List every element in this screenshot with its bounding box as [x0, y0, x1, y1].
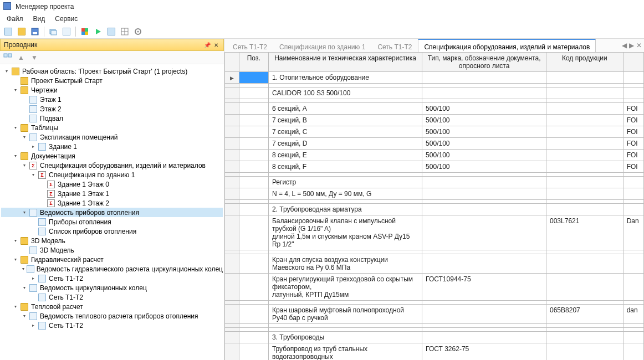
- col-type[interactable]: Тип, марка, обозначение документа, опрос…: [422, 53, 546, 72]
- tab-2[interactable]: Сеть T1-T2: [371, 39, 418, 52]
- tb-run[interactable]: [92, 25, 104, 38]
- cell-type[interactable]: 500/100: [422, 115, 546, 126]
- cell-pos[interactable]: [239, 138, 268, 150]
- cell-trail[interactable]: FOI: [623, 115, 643, 126]
- cell-trail[interactable]: [623, 84, 643, 88]
- cell-type[interactable]: [422, 305, 546, 324]
- col-name[interactable]: Наименование и техническая характеристик…: [268, 53, 422, 72]
- cell-code[interactable]: [546, 301, 623, 305]
- tb-layers[interactable]: [47, 25, 59, 38]
- cell-type[interactable]: 500/100: [422, 103, 546, 115]
- tree-spec-floor[interactable]: ΣЗдание 1 Этаж 0: [1, 179, 223, 189]
- row-header[interactable]: [225, 188, 239, 200]
- expander-icon[interactable]: ▾: [21, 313, 28, 320]
- cell-trail[interactable]: [623, 200, 643, 204]
- expander-icon[interactable]: [30, 219, 37, 225]
- tree-tables[interactable]: ▾Таблицы: [1, 123, 223, 132]
- cell-pos[interactable]: [239, 150, 268, 161]
- table-row[interactable]: 7 секций, B500/100FOI: [225, 115, 644, 126]
- cell-pos[interactable]: [239, 177, 268, 188]
- row-header[interactable]: [225, 177, 239, 188]
- cell-name[interactable]: 7 секций, C: [268, 126, 422, 138]
- table-row[interactable]: 8 секций, F500/100FOI: [225, 161, 644, 173]
- table-row[interactable]: 8 секций, E500/100FOI: [225, 150, 644, 161]
- grid-wrap[interactable]: Поз. Наименование и техническая характер…: [224, 52, 644, 360]
- row-header[interactable]: [225, 88, 239, 99]
- cell-code[interactable]: [546, 161, 623, 173]
- table-row[interactable]: [225, 84, 644, 88]
- tree-spec-floor[interactable]: ΣЗдание 1 Этаж 2: [1, 198, 223, 208]
- tab-3[interactable]: Спецификация оборудования, изделий и мат…: [418, 39, 596, 52]
- cell-trail[interactable]: [623, 188, 643, 200]
- table-row[interactable]: [225, 324, 644, 328]
- tb-open[interactable]: [16, 25, 28, 38]
- cell-type[interactable]: [422, 84, 546, 88]
- cell-type[interactable]: 500/100: [422, 150, 546, 161]
- table-row[interactable]: 7 секций, C500/100FOI: [225, 126, 644, 138]
- cell-trail[interactable]: [623, 99, 643, 103]
- cell-type[interactable]: [422, 200, 546, 204]
- cell-name[interactable]: [268, 324, 422, 328]
- row-header[interactable]: [225, 200, 239, 204]
- tree-hydraulic-list[interactable]: ▾Ведомость гидравлического расчета цирку…: [1, 264, 223, 274]
- tree-drawing[interactable]: Этаж 1: [1, 95, 223, 104]
- cell-trail[interactable]: [623, 250, 643, 254]
- table-row[interactable]: [225, 173, 644, 177]
- row-header[interactable]: [225, 215, 239, 250]
- cell-trail[interactable]: FOI: [623, 161, 643, 173]
- table-row[interactable]: Кран регулирующий трехходовой со скрытым…: [225, 274, 644, 301]
- cell-type[interactable]: [422, 328, 546, 332]
- cell-code[interactable]: [546, 332, 623, 343]
- cell-trail[interactable]: [623, 274, 643, 301]
- cell-code[interactable]: [546, 204, 623, 215]
- cell-type[interactable]: ГОСТ10944-75: [422, 274, 546, 301]
- expander-icon[interactable]: ▾: [21, 266, 25, 272]
- pin-icon[interactable]: 📌: [203, 41, 211, 49]
- tree-drawing[interactable]: Подвал: [1, 114, 223, 123]
- cell-code[interactable]: [546, 177, 623, 188]
- cell-name[interactable]: Кран для спуска воздуха конструкции Маев…: [268, 254, 422, 274]
- tree-spec-equip[interactable]: ▾ΣСпецификация оборудования, изделий и м…: [1, 161, 223, 170]
- row-header[interactable]: [225, 173, 239, 177]
- table-row[interactable]: Балансировочный клапан с импульсной труб…: [225, 215, 644, 250]
- row-header[interactable]: [225, 84, 239, 88]
- row-header[interactable]: ▶: [225, 72, 239, 84]
- cell-trail[interactable]: [623, 324, 643, 328]
- cell-trail[interactable]: FOI: [623, 126, 643, 138]
- cell-name[interactable]: 8 секций, F: [268, 161, 422, 173]
- expander-icon[interactable]: ▾: [12, 87, 19, 94]
- cell-code[interactable]: [546, 99, 623, 103]
- menu-file[interactable]: Файл: [2, 14, 28, 24]
- row-header[interactable]: [225, 332, 239, 343]
- cell-type[interactable]: [422, 215, 546, 250]
- cell-pos[interactable]: [239, 84, 268, 88]
- row-header[interactable]: [225, 274, 239, 301]
- cell-pos[interactable]: [239, 99, 268, 103]
- expander-icon[interactable]: ▾: [12, 125, 19, 131]
- cell-code[interactable]: [546, 138, 623, 150]
- tree-drawings[interactable]: ▾Чертежи: [1, 85, 223, 95]
- tree-thermal-list[interactable]: ▾Ведомость теплового расчета приборов от…: [1, 311, 223, 321]
- expander-icon[interactable]: ▾: [12, 153, 19, 160]
- cell-code[interactable]: [546, 200, 623, 204]
- table-row[interactable]: [225, 250, 644, 254]
- table-row[interactable]: 6 секций, A500/100FOI: [225, 103, 644, 115]
- tb-sheet[interactable]: [60, 25, 73, 38]
- cell-name[interactable]: Кран регулирующий трехходовой со скрытым…: [268, 274, 422, 301]
- cell-code[interactable]: [546, 88, 623, 99]
- tree-3d[interactable]: ▾3D Модель: [1, 236, 223, 245]
- tab-1[interactable]: Спецификация по зданию 1: [273, 39, 371, 52]
- cell-pos[interactable]: [239, 343, 268, 361]
- row-header[interactable]: [225, 138, 239, 150]
- cell-name[interactable]: 3. Трубопроводы: [268, 332, 422, 343]
- row-header[interactable]: [225, 250, 239, 254]
- table-row[interactable]: [225, 99, 644, 103]
- col-code[interactable]: Код продукции: [546, 53, 623, 72]
- tree-net3[interactable]: ▸Сеть T1-T2: [1, 321, 223, 330]
- cell-pos[interactable]: [239, 332, 268, 343]
- tree-documentation[interactable]: ▾Документация: [1, 151, 223, 161]
- cell-pos[interactable]: [239, 115, 268, 126]
- expander-icon[interactable]: ▾: [21, 209, 28, 216]
- tab-next-icon[interactable]: ▶: [629, 42, 634, 49]
- cell-pos[interactable]: [239, 204, 268, 215]
